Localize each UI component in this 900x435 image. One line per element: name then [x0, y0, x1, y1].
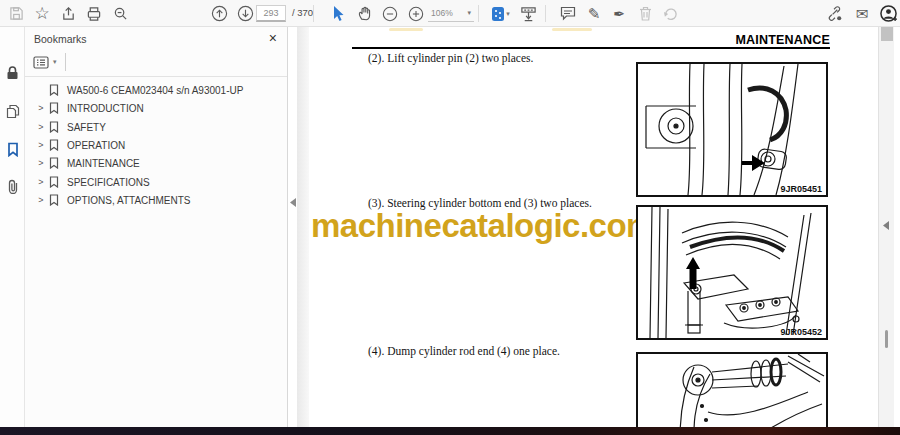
bookmark-item-operation[interactable]: > OPERATION	[25, 136, 287, 154]
scrollbar-marker[interactable]	[885, 330, 888, 348]
bookmark-item-label: WA500-6 CEAM023404 s/n A93001-UP	[67, 85, 243, 96]
share-icon[interactable]	[56, 0, 80, 27]
chevron-down-icon: ▾	[467, 9, 471, 17]
bookmark-item-label: OPTIONS, ATTACHMENTS	[67, 195, 191, 206]
watermark-text: machinecatalogic.com	[311, 207, 655, 245]
delete-icon[interactable]	[633, 0, 657, 27]
figure-steering-cylinder: 9JR05452	[636, 205, 828, 340]
expand-chevron-icon[interactable]: >	[35, 103, 47, 113]
bookmark-icon	[47, 102, 61, 114]
chevron-down-icon[interactable]: ▾	[503, 0, 513, 27]
navigation-icon-strip	[0, 27, 25, 427]
bookmark-item-specifications[interactable]: > SPECIFICATIONS	[25, 173, 287, 191]
bookmarks-options-button[interactable]: ▾	[33, 53, 57, 71]
signature-icon[interactable]: ✒	[607, 0, 631, 27]
page-number-input[interactable]: 293	[256, 5, 286, 22]
panel-collapse-handle[interactable]	[289, 196, 297, 208]
header-rule	[352, 47, 830, 49]
bookmark-icon	[47, 121, 61, 133]
right-panel-collapse-handle[interactable]	[882, 219, 890, 231]
toolbar-separator	[478, 5, 479, 22]
doc-section-header: MAINTENANCE	[735, 33, 830, 47]
bookmark-icon	[47, 139, 61, 151]
save-icon[interactable]	[4, 0, 28, 27]
panel-toolbar-divider	[65, 53, 66, 71]
email-icon[interactable]: ✉	[850, 0, 874, 27]
watermark-remnant	[552, 28, 592, 31]
taskbar-edge	[0, 427, 900, 435]
bookmark-item-label: SPECIFICATIONS	[67, 177, 150, 188]
figure-dump-cylinder	[636, 352, 828, 427]
toolbar-separator	[545, 5, 546, 22]
share-link-icon[interactable]	[822, 0, 846, 27]
bookmark-icon	[47, 176, 61, 188]
toolbar-separator	[313, 5, 314, 22]
main-toolbar: ☆ 293 / 370	[0, 0, 900, 27]
print-icon[interactable]	[82, 0, 106, 27]
previous-page-icon[interactable]	[207, 0, 231, 27]
zoom-in-icon[interactable]	[404, 0, 428, 27]
pages-icon[interactable]	[0, 99, 25, 123]
bookmark-item-root[interactable]: WA500-6 CEAM023404 s/n A93001-UP	[25, 81, 287, 99]
zoom-out-icon[interactable]	[378, 0, 402, 27]
figure-lift-cylinder-pin: 9JR05451	[636, 62, 828, 197]
bookmarks-panel: Bookmarks × ▾ WA500-6 CEAM023404 s/n A93…	[25, 27, 288, 427]
search-icon[interactable]	[108, 0, 132, 27]
figure-id-label: 9JR05451	[780, 184, 822, 194]
panel-separator	[25, 76, 287, 77]
lock-icon[interactable]	[0, 61, 25, 85]
bookmark-item-label: MAINTENANCE	[67, 158, 140, 169]
close-icon[interactable]: ×	[269, 30, 277, 46]
page-gutter	[297, 27, 309, 427]
pencil-annotate-icon[interactable]: ✎	[582, 0, 606, 27]
document-page: MAINTENANCE (2). Lift cylinder pin (2) t…	[309, 27, 878, 427]
right-margin	[894, 27, 900, 427]
bookmark-item-maintenance[interactable]: > MAINTENANCE	[25, 154, 287, 172]
bookmark-icon	[47, 194, 61, 206]
select-cursor-icon[interactable]	[326, 0, 350, 27]
favorite-star-icon[interactable]: ☆	[30, 0, 54, 27]
hand-pan-icon[interactable]	[352, 0, 376, 27]
figure-id-label: 9JR05452	[780, 327, 822, 337]
zoom-level-select[interactable]: 106% ▾	[428, 5, 474, 22]
page-total-label: / 370	[292, 7, 313, 18]
expand-chevron-icon[interactable]: >	[35, 177, 47, 187]
attachments-icon[interactable]	[0, 174, 25, 198]
bookmark-icon	[47, 84, 61, 96]
comment-icon[interactable]	[556, 0, 580, 27]
redo-icon[interactable]	[658, 0, 682, 27]
bookmark-item-label: SAFETY	[67, 122, 106, 133]
bookmarks-panel-icon[interactable]	[0, 137, 25, 161]
scrollbar-thumb[interactable]	[881, 27, 893, 41]
vertical-scrollbar[interactable]	[878, 27, 894, 427]
watermark-remnant	[389, 28, 423, 31]
bookmark-item-introduction[interactable]: > INTRODUCTION	[25, 99, 287, 117]
bookmark-item-label: OPERATION	[67, 140, 125, 151]
bookmark-icon	[47, 157, 61, 169]
presentation-mode-icon[interactable]	[516, 0, 540, 27]
bookmark-item-label: INTRODUCTION	[67, 103, 144, 114]
step-text-2: (2). Lift cylinder pin (2) two places.	[368, 52, 533, 64]
bookmark-item-options-attachments[interactable]: > OPTIONS, ATTACHMENTS	[25, 191, 287, 209]
next-page-icon[interactable]	[233, 0, 257, 27]
step-text-4: (4). Dump cylinder rod end (4) one place…	[368, 345, 560, 357]
expand-chevron-icon[interactable]: >	[35, 140, 47, 150]
expand-chevron-icon[interactable]: >	[35, 195, 47, 205]
zoom-level-value: 106%	[431, 8, 453, 18]
expand-chevron-icon[interactable]: >	[35, 158, 47, 168]
chevron-down-icon: ▾	[53, 58, 57, 66]
account-icon[interactable]	[876, 0, 900, 27]
bookmark-item-safety[interactable]: > SAFETY	[25, 118, 287, 136]
expand-chevron-icon[interactable]: >	[35, 122, 47, 132]
bookmarks-panel-title: Bookmarks	[34, 33, 87, 45]
